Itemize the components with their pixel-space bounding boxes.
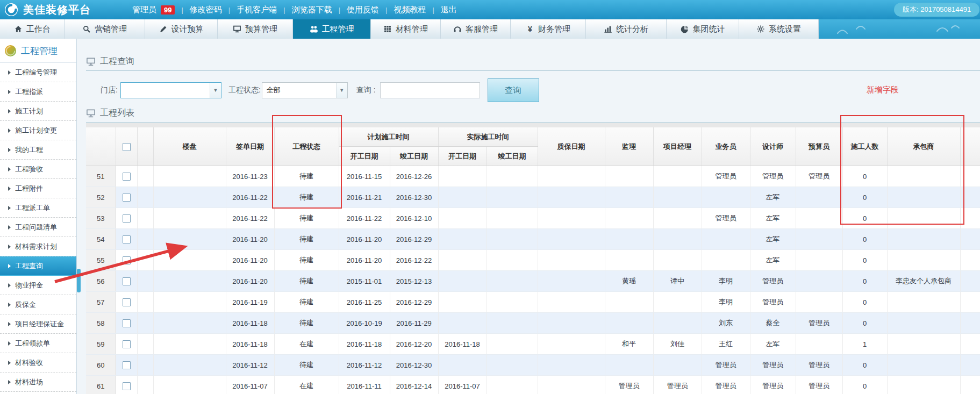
monitor-icon — [86, 109, 96, 118]
cell-project-manager — [653, 166, 702, 187]
sidebar-item-11[interactable]: 工程查询 — [0, 256, 76, 276]
table-row: 532016-11-22待建2016-11-222016-12-10管理员左军0 — [86, 208, 980, 229]
sidebar-item-12[interactable]: 物业押金 — [0, 276, 76, 295]
tab-2[interactable]: 营销管理 — [65, 19, 145, 39]
cell-status: 待建 — [274, 271, 339, 292]
tab-label: 设计预算 — [171, 24, 204, 34]
triangle-bullet-icon — [8, 245, 11, 249]
annotation-new-fields-label: 新增字段 — [867, 85, 899, 95]
cell-warranty-date — [538, 313, 605, 334]
sidebar-item-2[interactable]: 工程指派 — [0, 82, 76, 102]
cell-sign-date: 2016-11-12 — [226, 355, 274, 376]
cell-spacer — [137, 313, 153, 334]
row-checkbox[interactable] — [123, 361, 131, 369]
cell-status: 待建 — [274, 229, 339, 250]
cell-checkbox — [116, 250, 137, 271]
sidebar-item-5[interactable]: 我的工程 — [0, 140, 76, 160]
cell-designer: 左军 — [750, 250, 796, 271]
tab-8[interactable]: ¥财务管理 — [511, 19, 586, 39]
top-menu-item-7[interactable]: 退出 — [441, 5, 457, 15]
row-checkbox[interactable] — [123, 173, 131, 181]
cell-checkbox — [116, 271, 137, 292]
yen-icon: ¥ — [526, 25, 534, 33]
cell-plan-end: 2016-12-30 — [390, 187, 438, 208]
row-checkbox[interactable] — [123, 382, 131, 390]
sidebar-item-label: 材料需求计划 — [15, 242, 57, 252]
row-checkbox[interactable] — [123, 214, 131, 223]
sidebar-item-4[interactable]: 施工计划变更 — [0, 121, 76, 140]
sidebar-item-15[interactable]: 工程领款单 — [0, 334, 76, 353]
sidebar-item-7[interactable]: 工程附件 — [0, 179, 76, 198]
triangle-bullet-icon — [8, 341, 11, 346]
sidebar-item-9[interactable]: 工程问题清单 — [0, 218, 76, 237]
cell-contractor: 李忠友个人承包商 — [887, 271, 960, 292]
cell-warranty-date — [538, 292, 605, 313]
cell-estimator — [796, 334, 842, 355]
cell-salesperson: 管理员 — [702, 208, 750, 229]
tab-5[interactable]: 工程管理 — [293, 19, 371, 39]
status-select[interactable]: 全部 ▼ — [262, 82, 348, 98]
row-checkbox[interactable] — [123, 194, 131, 202]
cell-supervisor: 管理员 — [605, 376, 653, 394]
sidebar-item-8[interactable]: 工程派工单 — [0, 198, 76, 218]
cell-contractor — [887, 187, 960, 208]
cell-sign-date: 2016-11-20 — [226, 250, 274, 271]
cell-building — [153, 355, 226, 376]
tab-4[interactable]: 预算管理 — [218, 19, 293, 39]
tab-3[interactable]: 设计预算 — [145, 19, 218, 39]
cell-row-number: 53 — [86, 208, 116, 229]
cell-supervisor — [605, 166, 653, 187]
sidebar-item-6[interactable]: 工程验收 — [0, 160, 76, 179]
row-checkbox[interactable] — [123, 256, 131, 264]
cell-status: 待建 — [274, 292, 339, 313]
tab-7[interactable]: 客服管理 — [441, 19, 511, 39]
sidebar-item-16[interactable]: 材料验收 — [0, 353, 76, 372]
sidebar-item-1[interactable]: 工程编号管理 — [0, 63, 76, 82]
top-menu-item-5[interactable]: 使用反馈 — [347, 5, 379, 15]
tab-11[interactable]: 系统设置 — [739, 19, 819, 39]
col-group-actual-time: 实际施工时间 — [438, 127, 538, 147]
cell-filler — [960, 334, 980, 355]
triangle-bullet-icon — [8, 206, 11, 210]
row-checkbox[interactable] — [123, 235, 131, 243]
row-checkbox[interactable] — [123, 277, 131, 285]
cell-project-manager — [653, 250, 702, 271]
sidebar-item-3[interactable]: 施工计划 — [0, 102, 76, 121]
query-input[interactable] — [380, 82, 480, 98]
top-menu-item-2[interactable]: 修改密码 — [190, 5, 222, 15]
sidebar-item-13[interactable]: 质保金 — [0, 295, 76, 314]
top-menu-item-4[interactable]: 浏览器下载 — [292, 5, 332, 15]
logo-swirl-icon — [4, 3, 18, 17]
top-menu-item-1[interactable]: 管理员 — [132, 5, 156, 15]
cell-spacer — [137, 187, 153, 208]
sidebar-item-17[interactable]: 材料进场 — [0, 372, 76, 392]
svg-text:¥: ¥ — [528, 25, 532, 33]
tab-6[interactable]: 材料管理 — [371, 19, 441, 39]
cell-salesperson: 李明 — [702, 271, 750, 292]
row-checkbox[interactable] — [123, 298, 131, 306]
divider — [86, 70, 980, 71]
splitter-handle[interactable] — [77, 269, 81, 292]
tab-9[interactable]: 统计分析 — [586, 19, 667, 39]
select-all-checkbox[interactable] — [123, 143, 131, 151]
sidebar: 工程管理 工程编号管理工程指派施工计划施工计划变更我的工程工程验收工程附件工程派… — [0, 39, 77, 394]
cell-plan-start: 2016-11-20 — [339, 229, 390, 250]
search-button[interactable]: 查询 — [488, 78, 539, 102]
top-menu-item-3[interactable]: 手机客户端 — [237, 5, 277, 15]
sidebar-item-label: 工程派工单 — [15, 203, 50, 213]
store-select[interactable]: ▼ — [120, 82, 221, 98]
sidebar-item-14[interactable]: 项目经理保证金 — [0, 314, 76, 334]
cell-spacer — [137, 271, 153, 292]
cell-filler — [960, 229, 980, 250]
cell-plan-end: 2016-12-29 — [390, 292, 438, 313]
cell-warranty-date — [538, 229, 605, 250]
tab-10[interactable]: 集团统计 — [667, 19, 739, 39]
cell-building — [153, 313, 226, 334]
row-checkbox[interactable] — [123, 340, 131, 348]
sidebar-item-10[interactable]: 材料需求计划 — [0, 237, 76, 256]
top-menu-item-6[interactable]: 视频教程 — [394, 5, 426, 15]
tab-1[interactable]: 工作台 — [0, 19, 65, 39]
row-checkbox[interactable] — [123, 319, 131, 327]
cell-warranty-date — [538, 250, 605, 271]
cell-project-manager — [653, 313, 702, 334]
